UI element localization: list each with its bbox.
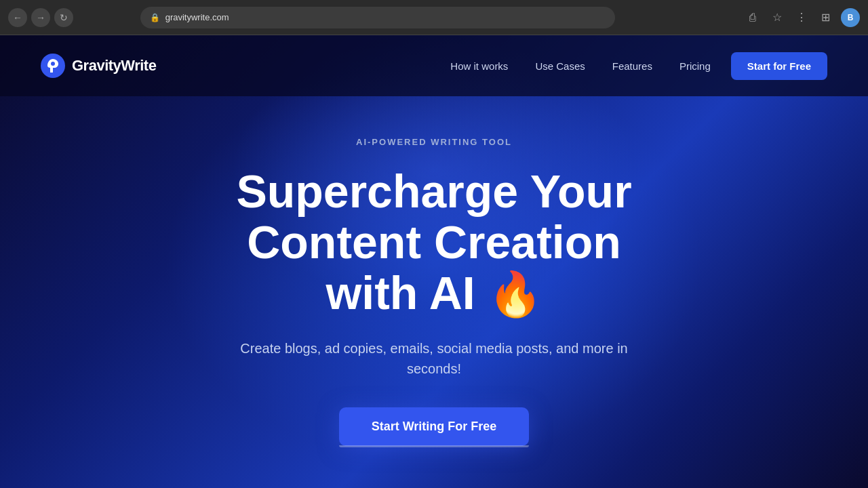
hero-cta-button[interactable]: Start Writing For Free [339,407,530,446]
hero-section: AI-POWERED WRITING TOOL Supercharge Your… [0,96,868,446]
navbar-cta-button[interactable]: Start for Free [731,52,827,80]
svg-point-1 [51,62,55,66]
extensions-icon[interactable]: ⋮ [792,8,811,27]
share-icon[interactable]: ⎙ [743,8,762,27]
browser-right-controls: ⎙ ☆ ⋮ ⊞ B [743,8,860,27]
bookmark-icon[interactable]: ☆ [768,8,787,27]
logo[interactable]: GravityWrite [41,54,156,78]
logo-text: GravityWrite [72,57,156,75]
url-text: gravitywrite.com [165,12,229,22]
browser-chrome: ← → ↻ 🔒 gravitywrite.com ⎙ ☆ ⋮ ⊞ B [0,0,868,35]
hero-subtitle: Create blogs, ad copies, emails, social … [224,338,644,379]
logo-icon [41,54,65,78]
browser-nav-controls: ← → ↻ [8,8,73,27]
nav-use-cases[interactable]: Use Cases [535,60,585,72]
address-bar[interactable]: 🔒 gravitywrite.com [140,7,615,28]
back-button[interactable]: ← [8,8,27,27]
nav-links: How it works Use Cases Features Pricing [450,60,710,72]
hero-title: Supercharge Your Content Creation with A… [236,166,631,318]
hero-title-line3: with AI 🔥 [326,267,542,319]
nav-features[interactable]: Features [612,60,652,72]
hero-tag: AI-POWERED WRITING TOOL [356,137,512,147]
forward-button[interactable]: → [31,8,50,27]
hero-title-line1: Supercharge Your [236,165,631,217]
navbar: GravityWrite How it works Use Cases Feat… [0,35,868,96]
website-content: GravityWrite How it works Use Cases Feat… [0,35,868,488]
hero-title-line2: Content Creation [247,216,621,268]
fire-emoji: 🔥 [488,270,542,319]
lock-icon: 🔒 [150,13,160,22]
user-avatar[interactable]: B [841,8,860,27]
refresh-button[interactable]: ↻ [54,8,73,27]
nav-how-it-works[interactable]: How it works [450,60,508,72]
nav-pricing[interactable]: Pricing [679,60,711,72]
grid-icon[interactable]: ⊞ [816,8,835,27]
